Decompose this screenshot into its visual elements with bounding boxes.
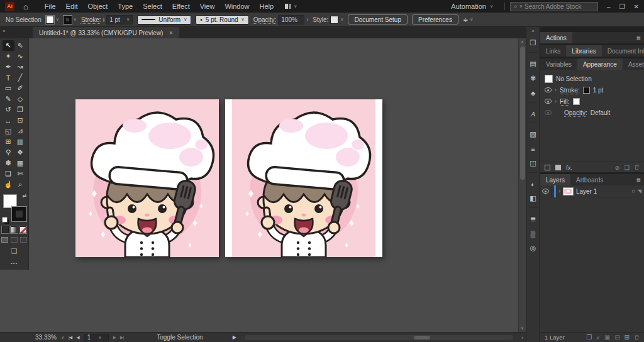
collect-for-export-icon[interactable]: ❐ bbox=[586, 334, 592, 341]
layer-visibility-icon[interactable] bbox=[542, 189, 549, 194]
stock-search-input[interactable] bbox=[525, 3, 594, 10]
curvature-tool[interactable]: ↝ bbox=[14, 62, 26, 72]
style-swatch[interactable] bbox=[330, 16, 338, 24]
gradient-tool[interactable]: ▥ bbox=[14, 136, 26, 147]
tab-actions[interactable]: Actions bbox=[540, 32, 572, 43]
first-artboard-icon[interactable]: |◀ bbox=[69, 335, 72, 340]
panel-menu-icon[interactable]: ≣ bbox=[636, 35, 641, 41]
menu-effect[interactable]: Effect bbox=[172, 3, 190, 10]
hand-tool[interactable]: ☝ bbox=[3, 179, 14, 190]
canvas[interactable] bbox=[29, 38, 518, 332]
screen-mode-icon[interactable]: ❏ bbox=[11, 247, 18, 255]
width-tool[interactable]: ↔ bbox=[3, 115, 14, 126]
expand-panels-icon[interactable]: « bbox=[531, 28, 534, 36]
menu-type[interactable]: Type bbox=[118, 3, 133, 10]
tab-links[interactable]: Links bbox=[540, 45, 566, 57]
scroll-right-icon[interactable]: › bbox=[521, 334, 526, 341]
draw-behind-button[interactable] bbox=[11, 237, 18, 243]
scale-tool[interactable]: ❐ bbox=[14, 104, 26, 115]
document-tab[interactable]: Untitled-1* @ 33.33% (CMYK/GPU Preview) … bbox=[33, 27, 179, 38]
stroke-weight-dropdown[interactable]: 1 pt ∨ bbox=[106, 15, 133, 25]
chevron-right-icon[interactable]: › bbox=[555, 98, 557, 104]
close-tab-icon[interactable]: ✕ bbox=[169, 30, 173, 36]
layer-row[interactable]: › Layer 1 ○ ◥ bbox=[540, 185, 644, 197]
magic-wand-tool[interactable]: ✶ bbox=[3, 51, 14, 62]
selection-tool[interactable]: ↖ bbox=[3, 40, 14, 51]
fill-color-swatch[interactable] bbox=[3, 194, 17, 208]
rectangle-tool[interactable]: ▭ bbox=[3, 83, 14, 94]
variable-width-dropdown[interactable]: Uniform ∨ bbox=[137, 15, 191, 25]
appearance-fill-swatch[interactable] bbox=[573, 98, 580, 105]
scroll-up-icon[interactable]: ∧ bbox=[521, 40, 524, 45]
transparency-icon[interactable]: ▨ bbox=[526, 127, 540, 141]
horizontal-scroll-thumb[interactable] bbox=[414, 336, 430, 339]
restore-button[interactable]: ❐ bbox=[619, 3, 625, 10]
previous-artboard-icon[interactable]: ◀ bbox=[76, 335, 79, 340]
paintbrush-tool[interactable]: ✐ bbox=[14, 83, 26, 94]
menu-window[interactable]: Window bbox=[225, 3, 249, 10]
chevron-right-icon[interactable]: › bbox=[558, 188, 560, 194]
rotate-tool[interactable]: ↺ bbox=[3, 104, 14, 115]
blend-tool[interactable]: ❖ bbox=[14, 147, 26, 158]
visibility-eye-icon[interactable] bbox=[545, 110, 552, 115]
tab-document-info[interactable]: Document Info bbox=[602, 45, 644, 57]
workspace-switcher[interactable]: Automation ∨ bbox=[451, 3, 493, 10]
artboard-tool[interactable]: ❏ bbox=[3, 168, 14, 179]
chevron-right-icon[interactable]: › bbox=[555, 87, 557, 93]
appearance-opacity-label[interactable]: Opacity: bbox=[564, 109, 587, 116]
tab-variables[interactable]: Variables bbox=[540, 58, 577, 70]
symbols-icon[interactable]: ♣ bbox=[526, 86, 540, 100]
artboard-2[interactable] bbox=[225, 99, 382, 257]
horizontal-scrollbar[interactable] bbox=[245, 335, 513, 340]
artboard-1[interactable] bbox=[75, 99, 219, 257]
swap-fill-stroke-icon[interactable]: ⇄ bbox=[23, 193, 27, 199]
draw-normal-button[interactable] bbox=[1, 237, 8, 243]
gradient-icon[interactable]: ▒ bbox=[526, 226, 540, 241]
color-guide-icon[interactable]: ◧ bbox=[526, 191, 540, 206]
color-mode-button[interactable] bbox=[2, 226, 9, 233]
align-options[interactable]: ≑ ∨ bbox=[463, 16, 474, 23]
menu-view[interactable]: View bbox=[200, 3, 215, 10]
locate-object-icon[interactable]: ⌕ bbox=[596, 334, 600, 341]
preferences-button[interactable]: Preferences bbox=[412, 14, 458, 25]
type-tool[interactable]: T bbox=[3, 72, 14, 83]
mesh-tool[interactable]: ⊞ bbox=[3, 136, 14, 147]
stroke-weight-stepper[interactable]: ▴ ▾ bbox=[103, 17, 105, 22]
vertical-scrollbar[interactable]: ∧ ∨ bbox=[518, 38, 526, 332]
gradient-mode-button[interactable] bbox=[11, 226, 18, 233]
panel-menu-icon[interactable]: ≣ bbox=[636, 177, 641, 183]
new-sublayer-icon[interactable]: ⊟ bbox=[614, 334, 619, 341]
glyphs-icon[interactable]: A bbox=[526, 106, 540, 121]
shape-builder-tool[interactable]: ◱ bbox=[3, 126, 14, 136]
fill-swatch[interactable] bbox=[46, 16, 54, 24]
none-mode-button[interactable] bbox=[19, 226, 26, 233]
edit-toolbar-icon[interactable]: ••• bbox=[11, 260, 18, 266]
next-artboard-icon[interactable]: ▶ bbox=[113, 335, 116, 340]
opacity-value-field[interactable]: 100% bbox=[278, 15, 304, 25]
menu-object[interactable]: Object bbox=[88, 3, 108, 10]
make-mask-icon[interactable]: ▣ bbox=[604, 334, 610, 341]
brush-definition-dropdown[interactable]: • 5 pt. Round ∨ bbox=[196, 15, 248, 25]
add-fill-icon[interactable] bbox=[555, 165, 561, 170]
eyedropper-tool[interactable]: ⚲ bbox=[3, 147, 14, 158]
direct-selection-tool[interactable]: ⇖ bbox=[14, 40, 26, 51]
column-graph-tool[interactable]: ▦ bbox=[14, 158, 26, 168]
draw-inside-button[interactable] bbox=[20, 237, 27, 243]
zoom-level[interactable]: 33.33% bbox=[35, 334, 57, 341]
step-down-icon[interactable]: ▾ bbox=[103, 19, 105, 22]
trash-icon[interactable] bbox=[634, 164, 640, 170]
eraser-tool[interactable]: ◇ bbox=[14, 94, 26, 104]
tab-asset-export[interactable]: Asset Export bbox=[623, 58, 644, 70]
stroke-weight-label[interactable]: Stroke: bbox=[81, 16, 101, 23]
play-icon[interactable]: ▶ bbox=[233, 334, 236, 340]
add-effect-icon[interactable]: fx. bbox=[566, 164, 572, 171]
tab-layers[interactable]: Layers bbox=[540, 174, 570, 185]
new-layer-icon[interactable]: ⊞ bbox=[625, 334, 630, 341]
stock-search[interactable]: ⌕ ∨ bbox=[510, 2, 598, 11]
collapse-toolbar-icon[interactable]: « bbox=[3, 28, 5, 34]
menu-file[interactable]: File bbox=[45, 3, 56, 10]
zoom-tool[interactable]: ⌕ bbox=[14, 179, 26, 190]
visibility-eye-icon[interactable] bbox=[545, 99, 552, 104]
visibility-eye-icon[interactable] bbox=[545, 87, 552, 92]
menu-select[interactable]: Select bbox=[143, 3, 162, 10]
